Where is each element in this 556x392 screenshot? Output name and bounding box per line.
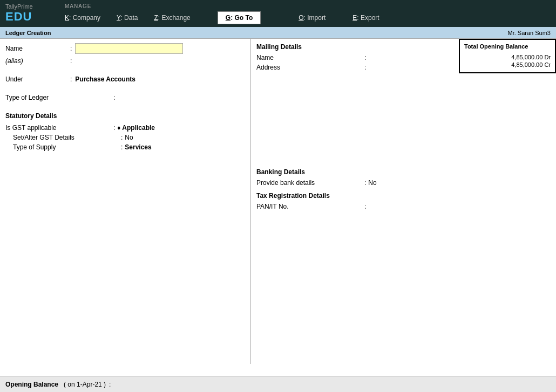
name-input[interactable] (75, 43, 183, 54)
pan-label: PAN/IT No. (256, 203, 364, 210)
right-panel: Total Opening Balance 4,85,000.00 Dr 4,8… (251, 39, 556, 364)
statutory-title: Statutory Details (5, 112, 245, 120)
gst-sep: : (113, 124, 115, 132)
opening-balance-label: Opening Balance (5, 381, 58, 388)
import-button[interactable]: O: Import (299, 14, 326, 22)
bottom-bar: Opening Balance ( on 1-Apr-21 ) : (0, 376, 556, 392)
alter-gst-row: Set/Alter GST Details : No (5, 134, 245, 141)
type-sep: : (113, 94, 115, 101)
logo-tally: TallyPrime (5, 3, 49, 10)
type-label: Type of Ledger (5, 94, 113, 101)
goto-button[interactable]: G: Go To (218, 11, 261, 24)
type-row: Type of Ledger : (5, 94, 245, 101)
pan-sep: : (364, 203, 366, 210)
topbar: TallyPrime EDU MANAGE KK: Company: Compa… (0, 0, 556, 27)
name-row: Name : (5, 43, 245, 54)
supply-sep: : (121, 143, 123, 151)
alter-gst-value: No (125, 134, 133, 141)
mailing-name-sep: : (364, 54, 366, 61)
under-label: Under (5, 75, 70, 83)
name-label: Name (5, 45, 70, 52)
alter-gst-label: Set/Alter GST Details (13, 134, 121, 141)
user-info: Mr. Saran Sum3 (508, 30, 551, 36)
nav-exchange[interactable]: Z: Exchange (154, 14, 190, 22)
tob-dr-value: 4,85,000.00 Dr (511, 54, 551, 60)
name-sep: : (70, 45, 72, 52)
export-button[interactable]: E: Export (352, 14, 379, 22)
alias-row: (alias) : (5, 57, 245, 65)
tob-title: Total Opening Balance (464, 43, 551, 50)
pan-row: PAN/IT No. : (256, 203, 551, 210)
mailing-address-sep: : (364, 64, 366, 71)
tob-dr-row: 4,85,000.00 Dr (464, 54, 551, 60)
ledger-creation-label: Ledger Creation (5, 30, 51, 36)
gst-value: ♦ Applicable (117, 124, 155, 132)
manage-section: MANAGE KK: Company: Company Y: Data Z: E… (65, 3, 551, 24)
mailing-name-label: Name (256, 54, 364, 61)
left-panel: Name : (alias) : Under : Purchase Accoun… (0, 39, 251, 364)
total-opening-balance-box: Total Opening Balance 4,85,000.00 Dr 4,8… (459, 39, 556, 73)
alias-sep: : (70, 57, 72, 65)
alias-label: (alias) (5, 57, 70, 65)
under-row: Under : Purchase Accounts (5, 75, 245, 83)
supply-label: Type of Supply (13, 143, 121, 151)
mailing-address-label: Address (256, 64, 364, 71)
gst-label: Is GST applicable (5, 124, 113, 132)
gst-row: Is GST applicable : ♦ Applicable (5, 124, 245, 132)
nav-items: KK: Company: Company Y: Data Z: Exchange… (65, 11, 551, 24)
nav-data[interactable]: Y: Data (117, 14, 138, 22)
subheader: Ledger Creation Mr. Saran Sum3 (0, 27, 556, 39)
under-sep: : (70, 75, 72, 83)
logo-area: TallyPrime EDU (5, 3, 49, 24)
provide-bank-label: Provide bank details (256, 179, 364, 187)
alter-gst-sep: : (121, 134, 123, 141)
provide-bank-value: No (368, 179, 376, 187)
supply-row: Type of Supply : Services (5, 143, 245, 151)
tax-reg-title: Tax Registration Details (256, 192, 551, 200)
tob-cr-value: 4,85,000.00 Cr (511, 61, 551, 68)
tob-cr-row: 4,85,000.00 Cr (464, 61, 551, 68)
tax-reg-section: Tax Registration Details PAN/IT No. : (256, 192, 551, 210)
banking-section: Banking Details Provide bank details : N… (256, 168, 551, 187)
bottom-colon: : (109, 381, 111, 388)
under-value: Purchase Accounts (75, 75, 135, 83)
nav-company[interactable]: KK: Company: Company (65, 14, 100, 22)
provide-bank-row: Provide bank details : No (256, 179, 551, 187)
on-date: ( on 1-Apr-21 ) (64, 381, 106, 388)
banking-title: Banking Details (256, 168, 551, 176)
main-content: Name : (alias) : Under : Purchase Accoun… (0, 39, 556, 364)
statutory-section: Statutory Details Is GST applicable : ♦ … (5, 112, 245, 151)
logo-edu: EDU (5, 10, 49, 24)
provide-bank-sep: : (364, 179, 366, 187)
supply-value: Services (125, 143, 151, 151)
manage-label: MANAGE (65, 3, 551, 9)
